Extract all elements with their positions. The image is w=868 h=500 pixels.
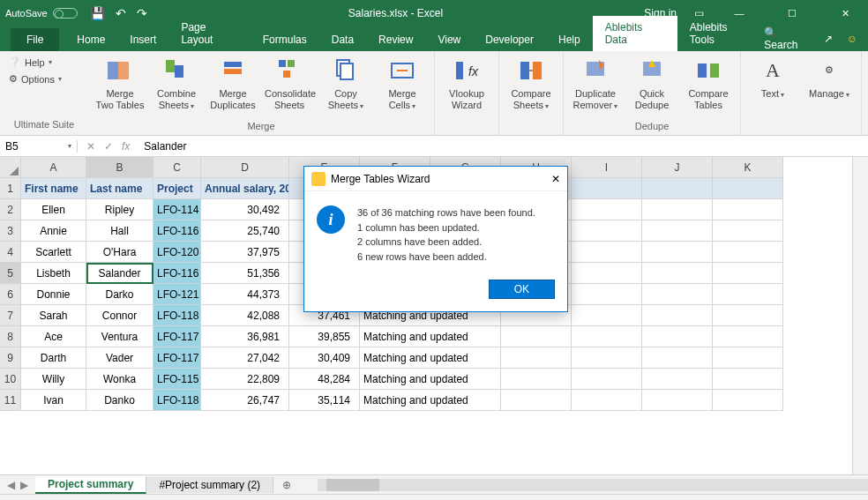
cell[interactable] [713, 242, 783, 263]
cell[interactable] [501, 347, 572, 369]
fx-icon[interactable]: fx [122, 140, 130, 153]
maximize-button[interactable]: ☐ [774, 0, 810, 26]
cell[interactable]: LFO-115 [153, 369, 201, 390]
cell[interactable] [642, 369, 713, 390]
header-cell[interactable]: Last name [86, 178, 153, 199]
cell[interactable]: Annie [21, 220, 86, 242]
cell[interactable]: 26,747 [201, 390, 289, 411]
merge-cells-button[interactable]: MergeCells [376, 55, 429, 113]
col-header-B[interactable]: B [86, 157, 153, 178]
row-header-1[interactable]: 1 [0, 178, 20, 199]
cell[interactable] [501, 326, 572, 347]
cell[interactable]: Wonka [86, 369, 153, 390]
manage-button[interactable]: ⚙Manage [803, 55, 856, 101]
formula-input[interactable] [138, 140, 868, 153]
cell[interactable]: Ripley [86, 199, 153, 220]
duplicate-remover-button[interactable]: DuplicateRemover [569, 55, 622, 113]
copy-sheets-button[interactable]: CopySheets [319, 55, 372, 113]
combine-sheets-button[interactable]: CombineSheets [150, 55, 203, 113]
autosave-toggle[interactable]: AutoSave [5, 8, 78, 19]
text-button[interactable]: AText [746, 55, 799, 101]
cell[interactable]: LFO-117 [153, 326, 201, 347]
dialog-close-button[interactable]: ✕ [551, 173, 560, 185]
cell[interactable]: 51,356 [201, 263, 289, 284]
tab-page-layout[interactable]: Page Layout [168, 16, 250, 51]
cell[interactable] [501, 369, 572, 390]
tab-insert[interactable]: Insert [117, 28, 168, 51]
sheet-tab-other[interactable]: #Project summary (2) [146, 477, 273, 493]
cell[interactable] [642, 242, 713, 263]
col-header-K[interactable]: K [713, 157, 783, 178]
header-cell[interactable] [572, 178, 642, 199]
row-header-9[interactable]: 9 [0, 347, 20, 369]
cell[interactable]: 27,042 [201, 347, 289, 369]
cell[interactable] [572, 242, 642, 263]
cell[interactable]: Sarah [21, 305, 86, 326]
row-header-7[interactable]: 7 [0, 305, 20, 326]
help-menu[interactable]: ❔ Help [5, 55, 83, 70]
cell[interactable] [642, 305, 713, 326]
cell[interactable]: Scarlett [21, 242, 86, 263]
tab-home[interactable]: Home [64, 28, 117, 51]
horizontal-scrollbar[interactable] [318, 479, 868, 491]
row-header-2[interactable]: 2 [0, 199, 20, 220]
tab-review[interactable]: Review [366, 28, 425, 51]
sheet-tab-active[interactable]: Project summary [35, 476, 146, 494]
cell[interactable] [713, 284, 783, 305]
row-header-3[interactable]: 3 [0, 220, 20, 242]
close-button[interactable]: ✕ [827, 0, 863, 26]
cell[interactable] [642, 199, 713, 220]
cell[interactable] [501, 390, 572, 411]
cell[interactable]: Matching and updated [360, 369, 501, 390]
vlookup-wizard-button[interactable]: fxVlookupWizard [440, 55, 493, 113]
cell[interactable]: Ace [21, 326, 86, 347]
cell[interactable]: Darko [86, 284, 153, 305]
cell[interactable] [572, 347, 642, 369]
cell[interactable] [713, 347, 783, 369]
cell[interactable]: 25,740 [201, 220, 289, 242]
quick-dedupe-button[interactable]: QuickDedupe [625, 55, 678, 113]
toggle-off-icon[interactable] [53, 8, 78, 19]
header-cell[interactable]: Annual salary, 201 [201, 178, 289, 199]
cell[interactable]: LFO-120 [153, 242, 201, 263]
row-header-5[interactable]: 5 [0, 263, 20, 284]
cell[interactable]: 30,492 [201, 199, 289, 220]
cell[interactable]: Ventura [86, 326, 153, 347]
cell[interactable] [713, 326, 783, 347]
header-cell[interactable]: First name [21, 178, 86, 199]
tab-file[interactable]: File [11, 28, 59, 51]
col-header-C[interactable]: C [153, 157, 201, 178]
merge-duplicates-button[interactable]: MergeDuplicates [206, 55, 259, 113]
vertical-scrollbar[interactable] [852, 157, 868, 474]
cell[interactable]: LFO-121 [153, 284, 201, 305]
header-cell[interactable]: Project [153, 178, 201, 199]
row-header-6[interactable]: 6 [0, 284, 20, 305]
cell[interactable] [642, 220, 713, 242]
row-header-4[interactable]: 4 [0, 242, 20, 263]
select-all-button[interactable] [0, 157, 21, 178]
tab-developer[interactable]: Developer [473, 28, 546, 51]
cell[interactable] [713, 305, 783, 326]
cell[interactable] [642, 284, 713, 305]
cell[interactable]: 39,855 [289, 326, 360, 347]
cell[interactable] [713, 220, 783, 242]
cell[interactable]: LFO-117 [153, 347, 201, 369]
compare-tables-button[interactable]: CompareTables [682, 55, 735, 113]
cell[interactable] [642, 263, 713, 284]
cell[interactable] [642, 347, 713, 369]
cell[interactable]: 35,114 [289, 390, 360, 411]
cell[interactable]: Matching and updated [360, 347, 501, 369]
col-header-J[interactable]: J [642, 157, 713, 178]
col-header-I[interactable]: I [572, 157, 642, 178]
cell[interactable] [572, 284, 642, 305]
cell[interactable] [642, 390, 713, 411]
cell[interactable]: Willy [21, 369, 86, 390]
cell[interactable]: 30,409 [289, 347, 360, 369]
cell[interactable]: 44,373 [201, 284, 289, 305]
tab-view[interactable]: View [425, 28, 473, 51]
cell[interactable] [572, 305, 642, 326]
cell[interactable]: Ellen [21, 199, 86, 220]
cancel-icon[interactable]: ✕ [86, 140, 95, 153]
tab-data[interactable]: Data [319, 28, 366, 51]
cell[interactable]: LFO-118 [153, 390, 201, 411]
